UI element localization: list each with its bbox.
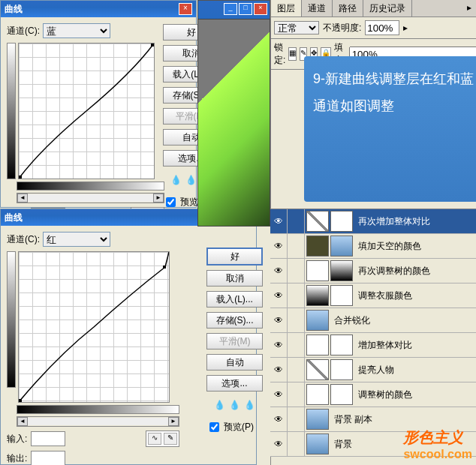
document-canvas[interactable]: [197, 19, 270, 226]
visibility-icon[interactable]: 👁: [270, 308, 288, 332]
minimize-icon[interactable]: _: [224, 3, 237, 15]
visibility-icon[interactable]: 👁: [270, 284, 288, 308]
mask-thumb[interactable]: [330, 211, 353, 232]
curve-icon[interactable]: ∿: [148, 433, 161, 445]
dialog-title: 曲线: [5, 212, 23, 224]
layer-name: 合并锐化: [334, 314, 370, 327]
link-cell[interactable]: [288, 234, 305, 258]
gradient-horizontal: [17, 182, 164, 190]
output-field[interactable]: [31, 451, 65, 465]
visibility-icon[interactable]: 👁: [270, 358, 288, 382]
channel-label: 通道(C):: [7, 25, 40, 38]
layer-thumb[interactable]: [306, 434, 329, 454]
visibility-icon[interactable]: 👁: [270, 259, 288, 283]
layer-row[interactable]: 👁合并锐化: [270, 308, 476, 333]
layer-name: 调整树的颜色: [358, 388, 412, 401]
input-field[interactable]: [31, 431, 65, 446]
mask-thumb[interactable]: [330, 285, 353, 306]
svg-rect-3: [163, 266, 166, 268]
opacity-field[interactable]: [365, 20, 399, 35]
tab-paths[interactable]: 路径: [333, 0, 363, 16]
layer-row[interactable]: 👁再次增加整体对比: [270, 209, 476, 234]
visibility-icon[interactable]: 👁: [270, 209, 288, 233]
chevron-right-icon[interactable]: ▸: [403, 22, 408, 33]
layer-row[interactable]: 👁提亮人物: [270, 358, 476, 382]
mask-thumb[interactable]: [330, 359, 353, 380]
layer-thumb[interactable]: [306, 211, 329, 232]
layer-row[interactable]: 👁再次调整树的颜色: [270, 259, 476, 284]
eyedropper-gray-icon[interactable]: 💧: [229, 400, 241, 412]
eyedropper-white-icon[interactable]: 💧: [244, 400, 256, 412]
eyedropper-gray-icon[interactable]: 💧: [185, 175, 197, 187]
tab-layers[interactable]: 图层: [271, 0, 302, 16]
link-cell[interactable]: [288, 209, 305, 233]
layer-thumb[interactable]: [306, 359, 329, 380]
mask-thumb[interactable]: [330, 236, 353, 256]
link-cell[interactable]: [288, 407, 305, 431]
link-cell[interactable]: [288, 259, 305, 283]
curve-graph[interactable]: [18, 43, 155, 179]
layer-thumb[interactable]: [306, 260, 329, 281]
link-cell[interactable]: [288, 382, 305, 406]
cancel-button[interactable]: 取消: [206, 270, 263, 286]
layer-row[interactable]: 👁调整树的颜色: [270, 382, 476, 407]
channel-select[interactable]: 蓝: [43, 23, 110, 38]
arrow-right-icon[interactable]: ►: [153, 194, 164, 202]
layer-row[interactable]: 👁增加整体对比: [270, 333, 476, 358]
link-cell[interactable]: [288, 432, 305, 456]
titlebar[interactable]: 曲线 ×: [1, 1, 196, 17]
watermark: 形色主义 swcool.com: [403, 428, 472, 461]
auto-button[interactable]: 自动: [206, 354, 263, 370]
tab-channels[interactable]: 通道: [302, 0, 333, 16]
mask-thumb[interactable]: [330, 334, 353, 356]
visibility-icon[interactable]: 👁: [270, 234, 288, 258]
eyedropper-black-icon[interactable]: 💧: [214, 400, 226, 412]
arrow-left-icon[interactable]: ◄: [17, 194, 28, 202]
visibility-icon[interactable]: 👁: [270, 382, 288, 406]
layer-name: 背景 副本: [334, 413, 372, 426]
svg-rect-0: [19, 176, 22, 178]
options-button[interactable]: 选项...: [206, 375, 263, 392]
visibility-icon[interactable]: 👁: [270, 407, 288, 431]
save-button[interactable]: 存储(S)...: [206, 312, 263, 328]
link-cell[interactable]: [288, 358, 305, 382]
layer-thumb[interactable]: [306, 310, 329, 331]
curve-mode-toggle[interactable]: ∿✎: [146, 430, 179, 447]
mask-thumb[interactable]: [330, 384, 353, 405]
pencil-icon[interactable]: ✎: [164, 433, 177, 445]
ok-button[interactable]: 好: [206, 248, 263, 266]
blend-mode-select[interactable]: 正常: [274, 21, 319, 34]
layer-thumb[interactable]: [306, 384, 329, 405]
panel-menu-icon[interactable]: ▸: [462, 0, 476, 16]
layer-thumb[interactable]: [306, 409, 329, 430]
dialog-title: 曲线: [5, 3, 23, 16]
preview-checkbox[interactable]: [166, 197, 176, 207]
link-cell[interactable]: [288, 284, 305, 308]
layer-name: 增加整体对比: [358, 339, 412, 352]
curve-scrollbar[interactable]: ◄►: [17, 416, 179, 427]
lock-transparency-icon[interactable]: ▦: [288, 47, 297, 61]
layer-row[interactable]: 👁填加天空的颜色: [270, 234, 476, 259]
curve-scrollbar[interactable]: ◄►: [17, 193, 164, 203]
link-cell[interactable]: [288, 333, 305, 357]
layer-thumb[interactable]: [306, 236, 329, 256]
link-cell[interactable]: [288, 308, 305, 332]
maximize-icon[interactable]: □: [239, 3, 252, 15]
layer-row[interactable]: 👁调整衣服颜色: [270, 284, 476, 308]
close-icon[interactable]: ×: [254, 3, 267, 15]
channel-select[interactable]: 红: [43, 232, 110, 247]
visibility-icon[interactable]: 👁: [270, 432, 288, 456]
visibility-icon[interactable]: 👁: [270, 333, 288, 357]
gradient-vertical: [7, 43, 16, 179]
arrow-right-icon[interactable]: ►: [168, 417, 179, 426]
curve-graph[interactable]: [18, 251, 170, 403]
layer-thumb[interactable]: [306, 285, 329, 306]
close-icon[interactable]: ×: [179, 3, 192, 15]
preview-checkbox[interactable]: [209, 422, 219, 432]
load-button[interactable]: 载入(L)...: [206, 291, 263, 308]
eyedropper-black-icon[interactable]: 💧: [170, 175, 182, 187]
layer-thumb[interactable]: [306, 334, 329, 356]
arrow-left-icon[interactable]: ◄: [17, 417, 28, 426]
mask-thumb[interactable]: [330, 260, 353, 281]
tab-history[interactable]: 历史记录: [363, 0, 412, 16]
